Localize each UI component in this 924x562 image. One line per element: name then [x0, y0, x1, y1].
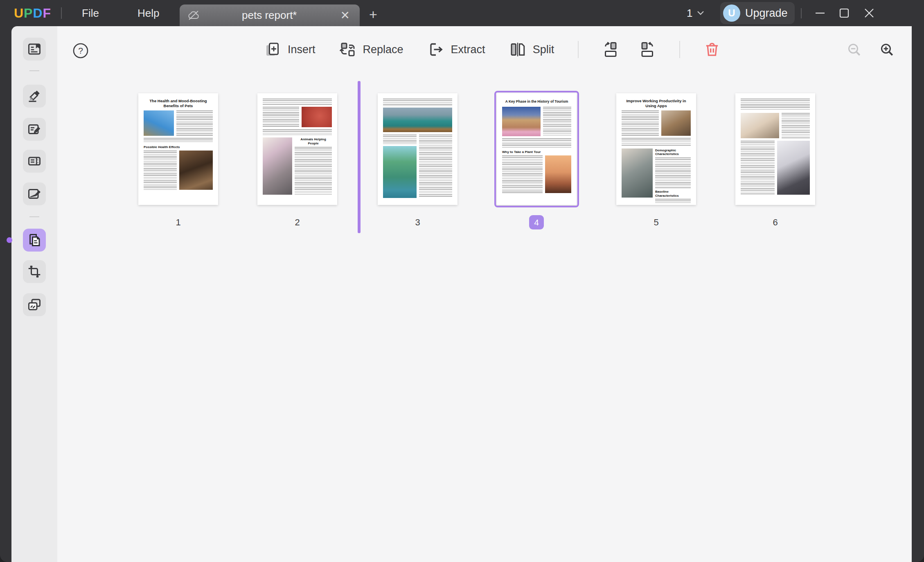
text-block: [295, 147, 332, 195]
avatar[interactable]: U: [723, 4, 740, 22]
photo-dog-and-cat: [179, 151, 213, 190]
help-icon: ?: [72, 43, 89, 59]
text-block: [622, 110, 659, 136]
close-button[interactable]: [857, 0, 881, 26]
page2-heading: Animals Helping People: [295, 137, 332, 145]
photo-pink-car-havana: [502, 107, 541, 136]
sidebar-divider: [29, 216, 39, 217]
photo-eiffel-tower: [545, 155, 571, 193]
page-number-5: 5: [616, 216, 696, 229]
page-number-2: 2: [257, 216, 337, 229]
title-bar: UPDF File Help pets report* ✕ + 1 U Upgr…: [0, 0, 924, 26]
form-field-icon: [27, 154, 42, 169]
insert-button[interactable]: Insert: [264, 41, 316, 58]
page-organizer-panel: ? Insert: [57, 26, 912, 562]
page-number-4-selected-badge: 4: [529, 215, 544, 229]
logo-letter: P: [24, 6, 33, 21]
delete-page-button[interactable]: [704, 41, 720, 58]
current-page-number: 1: [687, 7, 692, 20]
new-tab-icon[interactable]: +: [369, 7, 377, 22]
sidebar-item-reader[interactable]: [23, 38, 46, 61]
sidebar-item-sign[interactable]: [23, 182, 46, 205]
page-toolbar: Insert Replace Extrac: [264, 41, 720, 58]
sidebar-item-organize-pages[interactable]: [23, 229, 46, 252]
insert-label: Insert: [288, 43, 316, 56]
rotate-right-button[interactable]: [638, 41, 656, 58]
minimize-icon: [815, 8, 825, 18]
replace-label: Replace: [363, 43, 403, 56]
text-block: [502, 155, 543, 193]
zoom-out-button[interactable]: [847, 43, 862, 57]
page1-heading: Possible Health Effects: [144, 145, 213, 149]
photo-lake-boat: [383, 108, 452, 132]
page-thumbnail-3[interactable]: [378, 93, 457, 205]
sidebar-item-watermark[interactable]: [23, 293, 46, 316]
page-thumbnail-6[interactable]: [735, 93, 815, 205]
photo-woman-writing: [777, 141, 810, 195]
text-block: [263, 107, 299, 127]
help-button[interactable]: ?: [72, 43, 89, 59]
app-window: UPDF File Help pets report* ✕ + 1 U Upgr…: [0, 0, 924, 562]
active-panel-dot: [7, 237, 12, 243]
toolbar-divider: [679, 41, 680, 58]
signature-icon: [27, 187, 42, 201]
extract-label: Extract: [451, 43, 485, 56]
photo-meeting-room: [661, 110, 691, 136]
split-label: Split: [533, 43, 554, 56]
updf-logo: UPDF: [14, 6, 51, 21]
document-tab[interactable]: pets report* ✕: [180, 4, 360, 26]
insert-page-icon: [264, 41, 281, 58]
watermark-icon: [27, 297, 42, 312]
upgrade-label: Upgrade: [745, 7, 788, 20]
page-thumbnail-2[interactable]: Animals Helping People: [257, 93, 337, 205]
insert-position-indicator: [358, 81, 361, 233]
split-button[interactable]: Split: [509, 41, 554, 58]
photo-people-laptops: [622, 148, 653, 198]
toolbar-divider: [578, 41, 579, 58]
photo-dogs-costume: [302, 107, 332, 127]
zoom-controls: [847, 43, 895, 57]
extract-button[interactable]: Extract: [427, 41, 485, 58]
cloud-offline-icon: [187, 9, 201, 22]
upgrade-button[interactable]: U Upgrade: [720, 2, 795, 24]
text-block: [383, 99, 452, 106]
page-thumbnail-4-selected[interactable]: A Key Phase in the History of Tourism Wh…: [497, 93, 577, 205]
sidebar-item-crop[interactable]: [23, 260, 46, 283]
zoom-in-button[interactable]: [880, 43, 895, 57]
text-block: [383, 135, 417, 144]
sidebar-item-edit[interactable]: [23, 118, 46, 141]
menu-file[interactable]: File: [82, 0, 99, 26]
logo-letter: D: [33, 6, 43, 21]
menu-help[interactable]: Help: [137, 0, 159, 26]
page5-title: Improve Working Productivity in Using Ap…: [622, 99, 691, 108]
tab-title: pets report*: [201, 9, 338, 22]
text-block: [419, 135, 453, 198]
page-number-6: 6: [735, 216, 815, 229]
maximize-icon: [839, 8, 850, 18]
text-block: [263, 129, 332, 135]
page-thumbnail-5[interactable]: Improve Working Productivity in Using Ap…: [616, 93, 696, 205]
sidebar-item-form[interactable]: [23, 150, 46, 173]
sidebar-item-annotate[interactable]: [23, 85, 46, 108]
text-block: [655, 157, 691, 189]
photo-gray-cat-tulips: [263, 137, 292, 195]
text-block: [263, 99, 332, 105]
text-block: [782, 113, 810, 138]
tab-close-icon[interactable]: ✕: [338, 9, 352, 22]
replace-button[interactable]: Replace: [339, 41, 403, 58]
logo-letter: U: [14, 6, 24, 21]
maximize-button[interactable]: [832, 0, 856, 26]
zoom-in-icon: [880, 43, 895, 57]
text-block: [502, 138, 571, 148]
photo-woman-laptop: [741, 113, 779, 138]
edit-page-icon: [27, 122, 42, 137]
photo-cat: [144, 110, 174, 136]
rotate-left-button[interactable]: [602, 41, 620, 58]
replace-icon: [339, 41, 356, 58]
rotate-left-icon: [602, 41, 620, 58]
page-thumbnail-1[interactable]: The Health and Mood-Boosting Benefits of…: [138, 93, 218, 205]
minimize-button[interactable]: [808, 0, 832, 26]
page-indicator-dropdown[interactable]: 1: [687, 0, 705, 26]
text-block: [543, 107, 571, 136]
text-block: [622, 138, 691, 146]
